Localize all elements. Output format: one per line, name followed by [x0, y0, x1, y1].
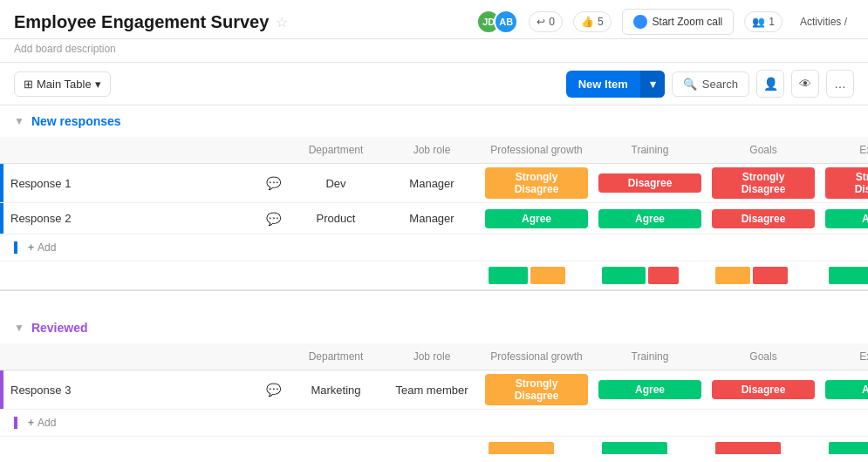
new-item-button[interactable]: New Item ▾ [566, 71, 665, 98]
badge-excited-new-responses-0: Strongly Disagree [825, 167, 868, 199]
col-excited-reviewed: Excited [820, 347, 868, 366]
mini-bars-excited-reviewed [829, 442, 868, 454]
badge-goals-new-responses-0: Strongly Disagree [712, 167, 815, 199]
group-title-new-responses[interactable]: New responses [31, 114, 121, 128]
row-dept-reviewed-0: Marketing [288, 384, 384, 397]
toolbar-left: ⊞ Main Table ▾ [14, 71, 111, 97]
summary-training-new-responses [597, 267, 710, 284]
group-title-reviewed[interactable]: Reviewed [31, 321, 88, 335]
row-dept-new-responses-1: Product [288, 212, 384, 225]
add-icon-new-responses: + [28, 241, 34, 254]
row-role-new-responses-0: Manager [384, 177, 480, 190]
mini-bar-goals-reviewed-0 [715, 442, 781, 454]
mini-bar-training-reviewed-0 [602, 442, 667, 454]
group-toggle-new-responses[interactable]: ▼ [14, 115, 24, 127]
like-counter[interactable]: 👍 5 [573, 11, 612, 32]
mini-bar-goals-new-responses-0 [715, 267, 750, 284]
table-chevron-icon: ▾ [95, 78, 101, 91]
zoom-button[interactable]: Start Zoom call [622, 9, 735, 35]
mini-bars-goals-new-responses [715, 267, 818, 284]
row-dept-new-responses-0: Dev [288, 177, 384, 190]
zoom-icon [633, 15, 647, 29]
row-training-reviewed-0: Agree [593, 377, 707, 403]
mini-bars-pg-reviewed [489, 442, 591, 454]
star-icon[interactable]: ☆ [276, 14, 288, 31]
mini-bars-pg-new-responses [489, 267, 591, 284]
mini-bar-goals-new-responses-1 [753, 267, 788, 284]
badge-training-new-responses-1: Agree [598, 209, 701, 228]
col-headers-new-responses: Department Job role Professional growth … [0, 137, 868, 164]
row-training-new-responses-1: Agree [593, 206, 707, 232]
add-label-new-responses: Add [38, 241, 56, 254]
row-role-new-responses-1: Manager [384, 212, 480, 225]
search-label: Search [702, 78, 738, 91]
user-icon-button[interactable]: 👤 [756, 70, 784, 98]
mini-bar-excited-reviewed-0 [829, 442, 868, 454]
row-name-cell-new-responses-1: Response 2 💬 [3, 207, 288, 231]
eye-icon: 👁 [799, 77, 811, 91]
col-pg-reviewed: Professional growth [480, 347, 593, 366]
description-text: Add board description [14, 43, 116, 55]
chat-icon-reviewed-0[interactable]: 💬 [266, 383, 281, 397]
row-name-reviewed-0: Response 3 [10, 384, 261, 397]
group-toggle-reviewed[interactable]: ▼ [14, 322, 24, 334]
chat-icon-new-responses-1[interactable]: 💬 [266, 212, 281, 226]
comment-counter[interactable]: ↩ 0 [529, 11, 563, 32]
row-name-cell-new-responses-0: Response 1 💬 [3, 171, 288, 195]
col-name-new-responses [0, 146, 288, 153]
col-training-reviewed: Training [593, 347, 707, 366]
col-dept-new-responses: Department [288, 140, 384, 160]
row-excited-reviewed-0: Agree [820, 377, 868, 403]
col-excited-new-responses: Excited [820, 140, 868, 160]
eye-icon-button[interactable]: 👁 [791, 70, 819, 98]
chat-icon-new-responses-0[interactable]: 💬 [266, 176, 281, 190]
mini-bars-training-new-responses [602, 267, 705, 284]
mini-bar-training-new-responses-0 [602, 267, 646, 284]
activities-button[interactable]: Activities / [793, 12, 854, 31]
search-button[interactable]: 🔍 Search [672, 71, 749, 97]
like-count: 5 [598, 16, 604, 28]
avatar-secondary: AB [494, 10, 518, 34]
table-row-new-responses-1[interactable]: Response 2 💬 Product Manager Agree Agree… [0, 203, 868, 234]
table-area: ▼ New responses Department Job role Prof… [0, 105, 868, 454]
toolbar-right: New Item ▾ 🔍 Search 👤 👁 … [566, 70, 854, 98]
col-goals-new-responses: Goals [707, 140, 820, 160]
row-name-new-responses-1: Response 2 [10, 212, 261, 225]
summary-bar-new-responses [0, 262, 868, 291]
people-button[interactable]: 👥 1 [744, 11, 783, 32]
row-excited-new-responses-1: Agree [820, 206, 868, 232]
more-icon-button[interactable]: … [826, 70, 854, 98]
new-item-arrow-icon[interactable]: ▾ [640, 71, 665, 98]
row-training-new-responses-0: Disagree [593, 170, 707, 196]
mini-bar-pg-new-responses-0 [489, 267, 528, 284]
summary-bar-reviewed [0, 437, 868, 454]
add-row-bar-new-responses [14, 241, 17, 254]
table-grid-icon: ⊞ [24, 78, 33, 91]
col-name-reviewed [0, 353, 288, 360]
badge-excited-new-responses-1: Agree [825, 209, 868, 228]
table-row-reviewed-0[interactable]: Response 3 💬 Marketing Team member Stron… [0, 370, 868, 410]
table-switcher[interactable]: ⊞ Main Table ▾ [14, 71, 111, 97]
activities-label: Activities / [800, 16, 847, 28]
badge-pg-new-responses-1: Agree [485, 209, 588, 228]
comment-icon: ↩ [537, 16, 545, 28]
badge-training-reviewed-0: Agree [598, 380, 701, 399]
avatar-group: JD AB [476, 10, 518, 34]
badge-pg-new-responses-0: Strongly Disagree [485, 167, 588, 199]
summary-pg-new-responses [483, 267, 597, 284]
mini-bar-training-new-responses-1 [648, 267, 679, 284]
table-row-new-responses-0[interactable]: Response 1 💬 Dev Manager Strongly Disagr… [0, 164, 868, 203]
group-header-new-responses: ▼ New responses [0, 105, 868, 137]
add-icon-reviewed: + [28, 417, 34, 429]
more-icon: … [834, 77, 846, 91]
people-count: 1 [769, 16, 775, 28]
add-row-reviewed[interactable]: + Add [0, 410, 868, 437]
add-label-reviewed: Add [38, 417, 56, 429]
new-item-label: New Item [566, 71, 640, 98]
add-row-new-responses[interactable]: + Add [0, 234, 868, 262]
board-description[interactable]: Add board description [0, 39, 868, 63]
col-goals-reviewed: Goals [707, 347, 820, 366]
table-label: Main Table [37, 78, 92, 91]
col-training-new-responses: Training [593, 140, 707, 160]
summary-excited-new-responses [824, 267, 868, 284]
